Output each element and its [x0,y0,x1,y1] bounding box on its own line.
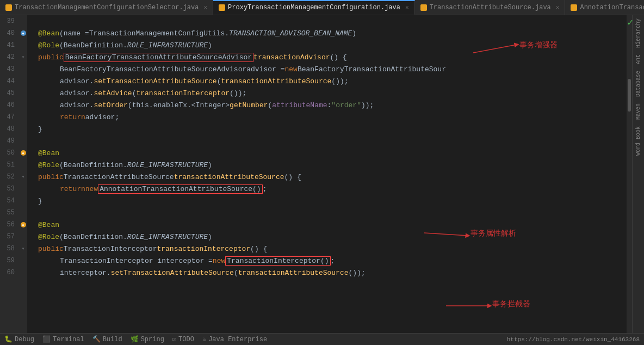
code-class-43: BeanFactoryTransactionAttributeSourceAdv… [60,65,246,73]
code-line-51: @Role (BeanDefinition. ROLE_INFRASTRUCTU… [27,159,627,171]
annotation-bean-40: @Bean [38,29,59,38]
debug-label: Debug [15,336,34,343]
status-left: 🐛 Debug ⬛ Terminal 🔨 Build 🌿 Spring ☑ TO… [4,335,267,343]
status-debug[interactable]: 🐛 Debug [4,335,34,343]
code-role-const: ROLE_INFRASTRUCTURE [127,41,208,50]
tab-1[interactable]: TransactionManagementConfigurationSelect… [0,0,213,15]
code-role-51: (BeanDefinition. [59,161,127,169]
code-line-41: @Role (BeanDefinition. ROLE_INFRASTRUCTU… [27,39,627,51]
line-marker-58: ▾ [19,245,27,252]
status-terminal[interactable]: ⬛ Terminal [42,335,84,343]
line-num-47: 47 [0,113,19,121]
code-line-42: public BeanFactoryTransactionAttributeSo… [27,51,627,63]
tab-4[interactable]: AnnotationTransactionAttributeSource.ja…… [565,0,644,15]
tab-label-2: ProxyTransactionManagementConfiguration.… [228,4,400,11]
line-marker-40: ♦ [19,30,27,36]
code-inner-60: transactionAttributeSource [238,269,349,277]
line-num-60: 60 [0,269,19,276]
code-string-46: "order" [331,101,361,109]
code-advisor-44: advisor. [60,77,94,85]
tab-3[interactable]: TransactionAttributeSource.java ✕ [415,0,566,15]
tab-close-2[interactable]: ✕ [405,4,409,11]
right-panel-ant[interactable]: Ant [634,51,642,67]
code-public-58: public [38,245,64,253]
status-build[interactable]: 🔨 Build [92,335,122,343]
code-close-60: ()); [349,269,366,277]
tab-close-1[interactable]: ✕ [203,4,207,11]
code-role-close-51: ) [208,161,212,169]
code-close-44: ()); [331,77,348,85]
java-enterprise-label: Java Enterprise [208,336,267,343]
line-num-56: 56 [0,221,19,229]
code-role-close-57: ) [208,233,212,241]
code-close-45: ()); [230,89,246,97]
code-get-46: getNumber [230,101,268,109]
code-call-60: ( [234,269,238,277]
tab-2[interactable]: ProxyTransactionManagementConfiguration.… [213,0,414,15]
code-call-44: ( [217,77,221,85]
code-bean-params: ( [59,29,64,38]
code-var-43: advisor = [246,65,284,73]
code-enable-46: enableTx.< [153,101,196,109]
annotation-label-3: 事务拦截器 [492,299,530,309]
status-java-enterprise[interactable]: ☕ Java Enterprise [202,335,267,343]
spring-label: Spring [141,336,164,343]
line-num-52: 52 [0,173,19,181]
right-panel-hierarchy[interactable]: Hierarchy [634,15,642,51]
code-area[interactable]: @Bean ( name = TransactionManagementConf… [27,15,627,333]
code-line-60: interceptor. setTransactionAttributeSour… [27,267,627,279]
code-method-60: setTransactionAttributeSource [111,269,234,277]
line-num-46: 46 [0,101,19,109]
code-inner-45: transactionInterceptor [136,89,230,97]
line-num-40: 40 [0,29,19,37]
code-method-name-42: transactionAdvisor [253,53,330,61]
code-type-46: Integer [196,101,226,109]
tab-close-3[interactable]: ✕ [556,4,560,11]
code-line-44: advisor. setTransactionAttributeSource (… [27,75,627,87]
line-num-58: 58 [0,245,19,252]
right-panel-wordbook[interactable]: Word Book [634,123,642,159]
line-num-54: 54 [0,197,19,205]
code-role-params: (BeanDefinition. [59,41,127,50]
code-role-57: (BeanDefinition. [59,233,127,241]
line-num-43: 43 [0,65,19,73]
line-gutter: 39 40♦ 41 42▾ 43 44 45 46 47 48 49 50♦ 5… [0,15,27,333]
scrollbar[interactable] [627,15,632,333]
code-new-43: new [284,65,297,73]
tab-label-4: AnnotationTransactionAttributeSource.ja… [580,4,644,11]
line-num-44: 44 [0,77,19,85]
code-advisor-45: advisor. [60,89,94,97]
code-param-46: attributeName [272,101,327,109]
line-num-55: 55 [0,209,19,217]
code-type-52: TransactionAttributeSource [64,173,174,181]
line-num-41: 41 [0,41,19,49]
right-panel-database[interactable]: Database [634,67,642,100]
tab-bar: TransactionManagementConfigurationSelect… [0,0,644,15]
editor-container: 39 40♦ 41 42▾ 43 44 45 46 47 48 49 50♦ 5… [0,15,644,333]
code-advisor-46: advisor. [60,101,94,109]
code-paren-58: () { [250,245,267,253]
line-num-42: 42 [0,53,19,61]
code-class-highlighted: BeanFactoryTransactionAttributeSourceAdv… [64,53,253,62]
code-name-kw: name = [64,29,89,38]
status-spring[interactable]: 🌿 Spring [131,335,164,343]
scrollbar-thumb[interactable] [628,79,631,112]
line-num-57: 57 [0,233,19,241]
code-method-46: setOrder [94,101,127,109]
code-interceptor-60: interceptor. [60,269,111,277]
right-panel-maven[interactable]: Maven [634,100,642,123]
code-annotation-tx-source: AnnotationTransactionAttributeSource() [98,184,262,194]
right-panel: Hierarchy Ant Database Maven Word Book [632,15,644,333]
code-return-47: return [60,113,85,121]
code-public-52: public [38,173,64,181]
code-const: TRANSACTION_ADVISOR_BEAN_NAME [229,29,352,38]
code-call-45: ( [132,89,137,97]
tab-label-3: TransactionAttributeSource.java [430,4,551,11]
status-todo[interactable]: ☑ TODO [172,335,194,343]
line-marker-52: ▾ [19,174,27,180]
code-public-42: public [38,53,64,61]
tab-label-1: TransactionManagementConfigurationSelect… [15,4,199,11]
annotation-bean-50: @Bean [38,149,59,157]
spring-icon: 🌿 [131,335,139,343]
code-semi-53: ; [263,185,267,193]
